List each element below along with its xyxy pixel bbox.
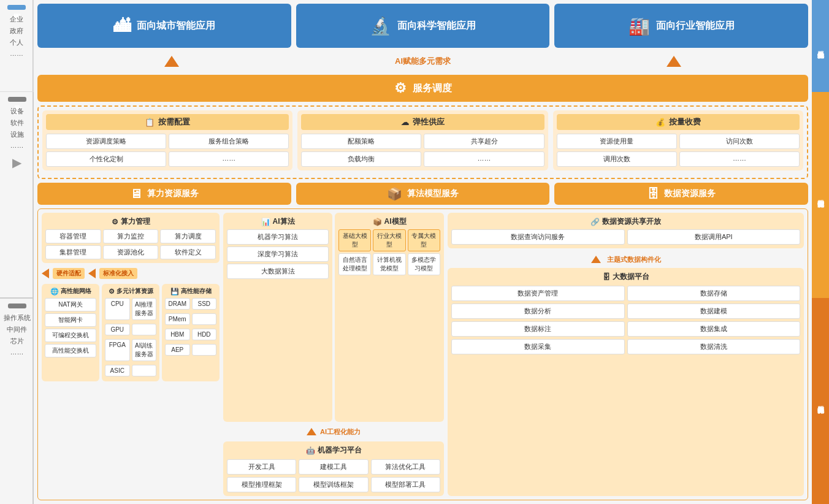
computing-mgmt: ⚙ 算力管理 容器管理 算力监控 算力调度 集群管理 资源池化 软件定义 xyxy=(42,213,220,263)
config-area: 📋 按需配置 资源调度策略 服务组合策略 个性化定制 …… ☁ 弹性供 xyxy=(37,105,808,179)
pay-per-use-card: 💰 按量收费 资源使用量 访问次数 调用次数 …… xyxy=(553,110,803,170)
sidebar-title-tech: 技术生态 xyxy=(8,304,26,308)
left-sidebar: 应用生态 企业 政府 个人 …… 产品生态 设备 软件 设施 …… ▶ 技术生态… xyxy=(0,0,34,504)
on-demand-config-card: 📋 按需配置 资源调度策略 服务组合策略 个性化定制 …… xyxy=(42,110,292,170)
ai-capability-text: AI工程化能力 xyxy=(320,427,361,437)
network-item-prog-switch: 可编程交换机 xyxy=(45,329,96,342)
config-item-resource-usage: 资源使用量 xyxy=(557,134,677,149)
compute-item-fpga: FPGA xyxy=(105,339,130,361)
config-item-share-over: 共享超分 xyxy=(424,134,544,149)
schedule-icon: ⚙ xyxy=(394,80,407,96)
elastic-icon: ☁ xyxy=(401,118,409,127)
computing-mgmt-grid: 容器管理 算力监控 算力调度 集群管理 资源池化 软件定义 xyxy=(45,229,216,259)
config-row: 📋 按需配置 资源调度策略 服务组合策略 个性化定制 …… ☁ 弹性供 xyxy=(42,110,803,170)
compute-item-ai-infer: AI推理服务器 xyxy=(132,298,157,320)
network-item-nat: NAT网关 xyxy=(45,298,96,311)
center-content: 🏙 面向城市智能应用 🔬 面向科学智能应用 🏭 面向行业智能应用 AI赋能多元需… xyxy=(34,0,812,504)
big-data-asset: 数据资产管理 xyxy=(451,286,625,301)
storage-icon: 💾 xyxy=(170,288,179,296)
ml-infer-framework: 模型推理框架 xyxy=(227,477,296,492)
arrow-right-standard-icon xyxy=(88,269,96,278)
storage-grid: DRAM SSD PMem HBM HDD AEP xyxy=(165,298,216,357)
ai-top-row: 📊 AI算法 机器学习算法 深度学习算法 大数据算法 📦 AI模型 xyxy=(223,213,444,422)
ml-platform: 🤖 机器学习平台 开发工具 建模工具 算法优化工具 模型推理框架 模型训练框架 … xyxy=(223,441,444,496)
compute-service-card: 🖥 算力资源服务 xyxy=(37,183,291,205)
data-component-text: 主题式数据构件化 xyxy=(607,255,661,264)
data-component-arrow-icon xyxy=(591,256,601,263)
compute-service-icon: 🖥 xyxy=(130,187,142,201)
config-item-more-config: …… xyxy=(169,151,289,167)
big-data-platform: 🗄 大数据平台 数据资产管理 数据存储 数据分析 数据建模 数据标注 数据集成 … xyxy=(448,268,804,496)
science-icon: 🔬 xyxy=(370,16,391,36)
computing-item-cluster: 集群管理 xyxy=(45,245,101,259)
data-service-label: 数据资源服务 xyxy=(664,188,716,199)
arrow-left xyxy=(164,56,179,67)
data-component-row: 主题式数据构件化 xyxy=(448,253,804,265)
ai-algo-bigdata: 大数据算法 xyxy=(227,264,329,279)
compute-resource-icon: ⚙ xyxy=(109,288,115,296)
big-data-collection: 数据采集 xyxy=(451,339,625,354)
right-section-resource: 服务资源构件化 xyxy=(812,298,829,504)
compute-item-cpu: CPU xyxy=(105,298,130,320)
storage-card: 💾 高性能存储 DRAM SSD PMem HBM HDD AEP xyxy=(162,284,220,381)
storage-item-empty1 xyxy=(192,313,217,325)
config-item-more-elastic: …… xyxy=(424,151,544,167)
bottom-left: ⚙ 算力管理 容器管理 算力监控 算力调度 集群管理 资源池化 软件定义 xyxy=(42,213,220,496)
big-data-cleaning: 数据清洗 xyxy=(627,339,801,354)
config-item-load-balance: 负载均衡 xyxy=(301,151,421,167)
model-nlp: 自然语言处理模型 xyxy=(338,253,371,275)
sidebar-item-middleware: 中间件 xyxy=(7,325,27,334)
big-data-storage: 数据存储 xyxy=(627,286,801,301)
elastic-supply-card: ☁ 弹性供应 配额策略 共享超分 负载均衡 …… xyxy=(297,110,548,170)
network-icon: 🌐 xyxy=(50,288,59,296)
compute-resource-grid: CPU AI推理服务器 GPU FPGA AI训练服务器 ASIC xyxy=(105,298,156,378)
sidebar-title-product: 产品生态 xyxy=(8,97,26,102)
data-call-api: 数据调用API xyxy=(627,229,801,245)
data-share-title: 🔗 数据资源共享开放 xyxy=(451,216,800,227)
city-app-label: 面向城市智能应用 xyxy=(137,20,215,32)
algo-service-icon: 📦 xyxy=(387,186,402,201)
compute-item-asic: ASIC xyxy=(105,365,130,376)
config-item-more-pay: …… xyxy=(679,151,800,167)
data-service-card: 🗄 数据资源服务 xyxy=(554,183,808,205)
sidebar-title-app: 应用生态 xyxy=(7,5,26,10)
model-exclusive: 专属大模型 xyxy=(408,229,440,251)
config-item-resource-schedule: 资源调度策略 xyxy=(46,134,166,149)
sidebar-item-os: 操作系统 xyxy=(4,313,31,323)
sidebar-item-facility: 设施 xyxy=(10,130,24,139)
arrow-right xyxy=(667,56,681,67)
sidebar-item-chip: 芯片 xyxy=(10,337,24,346)
big-data-analysis: 数据分析 xyxy=(451,304,625,319)
elastic-title: ☁ 弹性供应 xyxy=(301,114,544,130)
on-demand-grid: 资源调度策略 服务组合策略 个性化定制 …… xyxy=(46,134,289,167)
sidebar-section-product: 产品生态 设备 软件 设施 …… ▶ xyxy=(0,92,34,299)
top-cards-row: 🏙 面向城市智能应用 🔬 面向科学智能应用 🏭 面向行业智能应用 xyxy=(37,4,808,48)
compute-resource-title: ⚙ 多元计算资源 xyxy=(105,287,156,296)
storage-item-aep: AEP xyxy=(165,344,190,356)
network-card: 🌐 高性能网络 NAT网关 智能网卡 可编程交换机 高性能交换机 xyxy=(42,284,99,381)
ai-algo-icon: 📊 xyxy=(261,218,270,226)
ai-model-title: 📦 AI模型 xyxy=(338,216,440,227)
ai-demand-text: AI赋能多元需求 xyxy=(395,56,451,67)
computing-item-monitor: 算力监控 xyxy=(103,229,159,243)
storage-item-hdd: HDD xyxy=(192,329,217,340)
compute-resource-card: ⚙ 多元计算资源 CPU AI推理服务器 GPU FPGA AI训练服务器 AS… xyxy=(102,284,159,381)
industry-app-card: 🏭 面向行业智能应用 xyxy=(554,4,808,48)
science-app-card: 🔬 面向科学智能应用 xyxy=(296,4,550,48)
model-base: 基础大模型 xyxy=(338,229,371,251)
config-item-service-combo: 服务组合策略 xyxy=(169,134,289,149)
city-icon: 🏙 xyxy=(113,16,131,36)
storage-item-pmem: PMem xyxy=(165,313,190,325)
hardware-badges-row: 硬件适配 标准化接入 xyxy=(42,268,220,279)
computing-item-dispatch: 算力调度 xyxy=(160,229,216,243)
network-title: 🌐 高性能网络 xyxy=(45,287,96,296)
model-sub-grid: 自然语言处理模型 计算机视觉模型 多模态学习模型 xyxy=(338,253,440,275)
ml-train-framework: 模型训练框架 xyxy=(299,477,368,492)
computing-mgmt-icon: ⚙ xyxy=(112,218,118,226)
industry-app-label: 面向行业智能应用 xyxy=(656,20,735,32)
data-service-icon: 🗄 xyxy=(647,187,659,201)
ml-top-grid: 开发工具 建模工具 算法优化工具 xyxy=(227,459,440,475)
big-data-labeling: 数据标注 xyxy=(451,321,625,337)
data-share-icon: 🔗 xyxy=(590,218,600,226)
big-data-icon: 🗄 xyxy=(603,273,610,281)
